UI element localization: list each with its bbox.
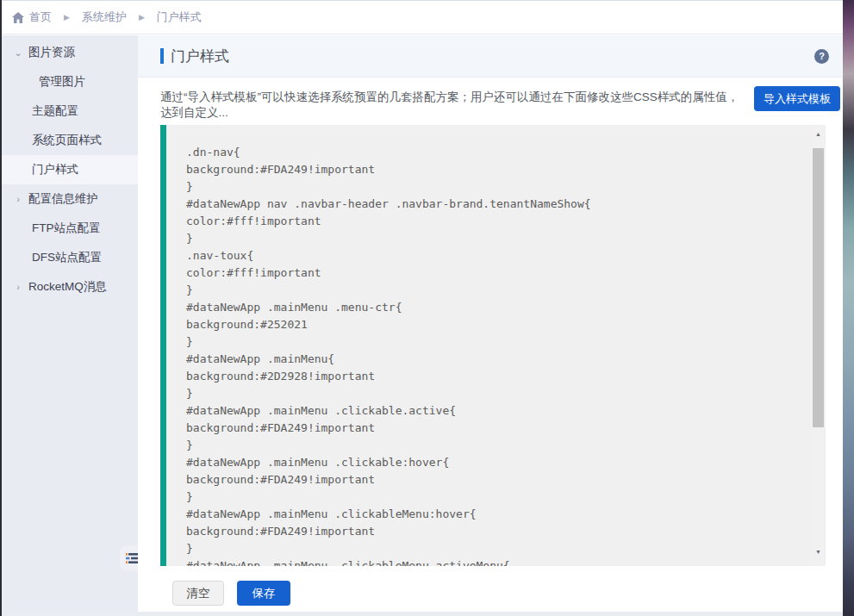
sidebar-item-system-page-style[interactable]: 系统页面样式 [2,126,138,155]
app-window: 首页 ▶ 系统维护 ▶ 门户样式 ⌄ 图片资源 管理图片 主题配置 系统页面样式… [0,0,854,616]
caret-right-icon: ▶ [64,13,70,22]
breadcrumb-home[interactable]: 首页 [12,9,52,25]
scrollbar-thumb[interactable] [813,148,824,427]
description-text: 通过“导入样式模板”可以快速选择系统预置的几套搭配方案；用户还可以通过在下面修改… [160,90,746,121]
sidebar: ⌄ 图片资源 管理图片 主题配置 系统页面样式 门户样式 › 配置信息维护 FT… [2,35,138,612]
sidebar-item-portal-style[interactable]: 门户样式 [2,155,138,184]
scroll-up-icon[interactable]: ▲ [811,127,826,141]
sidebar-item-theme-config[interactable]: 主题配置 [2,96,138,126]
sidebar-item-label: DFS站点配置 [2,250,102,265]
sidebar-item-manage-images[interactable]: 管理图片 [2,67,138,96]
sidebar-item-label: 管理图片 [2,74,85,90]
sidebar-item-label: 门户样式 [2,162,78,177]
chevron-right-icon: › [13,282,23,292]
help-icon[interactable]: ? [814,49,829,64]
breadcrumb-bar: 首页 ▶ 系统维护 ▶ 门户样式 [2,0,843,34]
sidebar-item-label: 主题配置 [2,103,78,119]
sidebar-item-image-resources[interactable]: ⌄ 图片资源 [2,38,138,67]
action-button-row: 清空 保存 [172,581,290,606]
caret-right-icon: ▶ [139,13,145,22]
chevron-down-icon: ⌄ [13,47,23,59]
breadcrumb: 首页 ▶ 系统维护 ▶ 门户样式 [12,9,202,25]
page-title-bar: 门户样式 ? [138,35,843,78]
sidebar-item-ftp-site-config[interactable]: FTP站点配置 [2,214,138,243]
sidebar-item-rocketmq-messages[interactable]: › RocketMQ消息 [2,272,138,302]
scroll-down-icon[interactable]: ▼ [811,544,826,559]
css-code-editor[interactable]: .dn-nav{ background:#FDA249!important } … [160,125,826,566]
editor-scrollbar[interactable]: ▲ ▼ [811,125,826,566]
sidebar-item-dfs-site-config[interactable]: DFS站点配置 [2,243,138,272]
chevron-right-icon: › [13,194,23,204]
breadcrumb-home-label: 首页 [29,9,52,25]
main-content: 门户样式 ? 通过“导入样式模板”可以快速选择系统预置的几套搭配方案；用户还可以… [138,35,843,612]
sidebar-item-label: FTP站点配置 [2,221,101,236]
sidebar-item-label: 系统页面样式 [2,133,102,148]
window-bottom-edge [2,612,843,616]
clear-button[interactable]: 清空 [172,581,224,606]
home-icon [12,12,24,23]
page-title: 门户样式 [171,47,229,66]
sidebar-item-config-info-maintenance[interactable]: › 配置信息维护 [2,184,138,214]
save-button[interactable]: 保存 [237,581,290,606]
import-style-template-button[interactable]: 导入样式模板 [754,86,840,111]
css-code-content[interactable]: .dn-nav{ background:#FDA249!important } … [166,125,811,566]
breadcrumb-portal-style: 门户样式 [157,9,202,25]
breadcrumb-system-maintenance[interactable]: 系统维护 [82,9,127,25]
title-accent-bar [160,48,164,64]
desktop-wallpaper-strip [843,0,854,616]
